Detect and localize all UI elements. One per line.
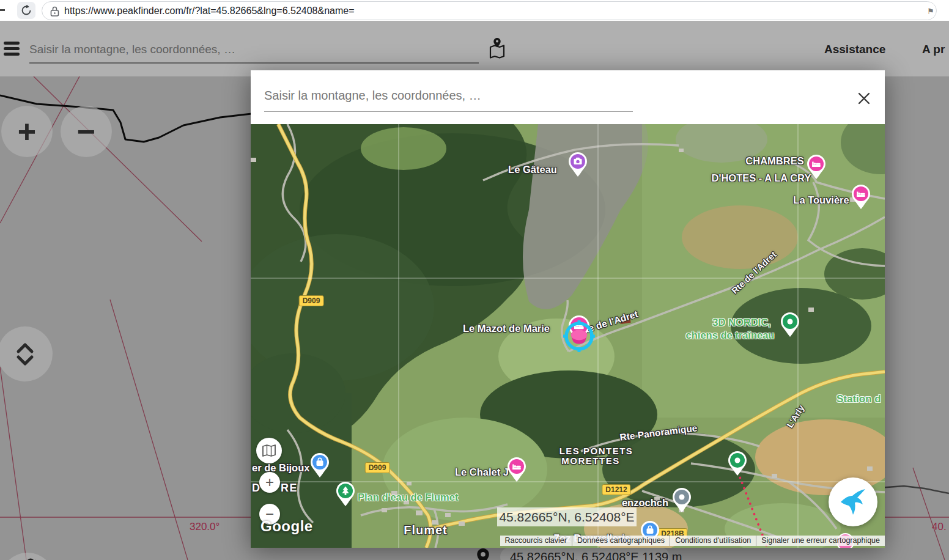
satellite-map[interactable]: D909 D909 D1212 D218B Rte de l'Adret Rte… — [251, 124, 885, 548]
map-zoom-in-button[interactable]: + — [259, 472, 280, 493]
road-badge-d909-b: D909 — [365, 462, 390, 473]
map-type-button[interactable] — [256, 438, 282, 463]
poi-label-plan-deau[interactable]: Plan d'eau de Flumet — [358, 492, 458, 503]
footer-shortcuts-link[interactable]: Raccourcis clavier — [500, 536, 572, 546]
google-logo[interactable]: Google — [260, 518, 313, 535]
poi-label-nordic-1[interactable]: 3D NORDIC, — [712, 317, 770, 328]
address-bar[interactable]: https://www.peakfinder.com/fr/?lat=45.82… — [42, 1, 937, 20]
close-icon[interactable] — [857, 91, 871, 106]
marker-chalet-lodging[interactable] — [508, 457, 526, 484]
road-badge-d1212: D1212 — [602, 484, 630, 495]
peakfinder-view-button[interactable] — [829, 477, 877, 526]
pink-droplet — [571, 330, 587, 344]
footer-report-link[interactable]: Signaler une erreur cartographique — [756, 536, 885, 546]
marker-bijoux-shopping[interactable] — [311, 453, 329, 480]
dialog-search-underline — [264, 111, 633, 112]
marker-nordic-green[interactable] — [781, 312, 799, 339]
poi-label-mazot[interactable]: Le Mazot de Marie — [463, 323, 550, 334]
area-label-pontets-1: LES PONTETS — [559, 446, 633, 456]
poi-label-station[interactable]: Station d — [836, 393, 881, 405]
reload-button[interactable] — [17, 2, 35, 19]
lock-icon[interactable] — [50, 6, 59, 19]
poi-label-enzochch[interactable]: enzochch — [622, 497, 668, 509]
browser-toolbar: https://www.peakfinder.com/fr/?lat=45.82… — [0, 0, 949, 21]
footer-mapdata-link[interactable]: Données cartographiques — [572, 536, 670, 546]
map-zoom-in-label: + — [265, 474, 274, 491]
poi-label-bijoux[interactable]: er de Bijoux — [252, 462, 309, 474]
bookmark-flag-icon[interactable]: ⚑ — [927, 7, 934, 16]
marker-green-unlabeled[interactable] — [728, 451, 747, 478]
road-badge-d909-a: D909 — [299, 295, 324, 306]
bird-icon — [839, 488, 867, 516]
marker-touviere-lodging[interactable] — [852, 185, 870, 212]
coordinates-overlay: 45.82665°N, 6.52408°E — [497, 507, 637, 526]
map-footer: Raccourcis clavier Données cartographiqu… — [500, 536, 885, 546]
poi-label-chambres-2[interactable]: D'HOTES - A LA CRY — [712, 172, 811, 184]
dialog-search-input[interactable]: Saisir la montagne, les coordonnées, … — [264, 89, 481, 103]
search-map-dialog: Saisir la montagne, les coordonnées, … — [251, 70, 885, 548]
marker-enzochch-gray[interactable] — [673, 488, 691, 515]
marker-plan-deau-park[interactable] — [336, 482, 355, 509]
marker-chambres-lodging[interactable] — [807, 155, 825, 182]
town-label-flumet[interactable]: Flumet — [404, 523, 448, 537]
poi-label-chalet[interactable]: Le Chalet J — [455, 466, 509, 478]
area-label-fragment-re: RE — [281, 482, 298, 495]
poi-label-chambres-1[interactable]: CHAMBRES — [745, 155, 803, 167]
poi-label-gateau[interactable]: Le Gâteau — [508, 164, 557, 175]
reload-icon — [21, 5, 32, 16]
footer-terms-link[interactable]: Conditions d'utilisation — [670, 536, 756, 546]
url-text[interactable]: https://www.peakfinder.com/fr/?lat=45.82… — [64, 6, 355, 17]
back-icon[interactable] — [0, 9, 5, 11]
selected-location-marker[interactable] — [557, 313, 601, 359]
dialog-header: Saisir la montagne, les coordonnées, … — [251, 70, 885, 124]
area-label-pontets-2: MORETTES — [561, 455, 619, 466]
marker-gateau-camera[interactable] — [569, 152, 587, 179]
poi-label-nordic-2[interactable]: chiens de traîneau — [686, 330, 775, 341]
poi-label-touviere[interactable]: La Touvière — [793, 194, 849, 206]
map-icon — [262, 444, 276, 457]
